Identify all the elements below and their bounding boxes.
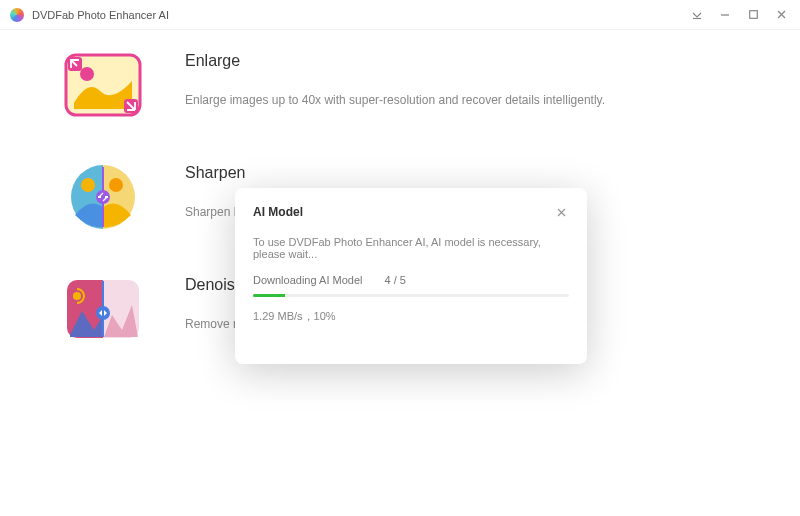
close-button[interactable]	[770, 4, 792, 26]
titlebar: DVDFab Photo Enhancer AI	[0, 0, 800, 30]
progress-bar	[253, 294, 569, 297]
ai-model-dialog: AI Model To use DVDFab Photo Enhancer AI…	[235, 188, 587, 364]
app-title: DVDFab Photo Enhancer AI	[32, 9, 169, 21]
dialog-title: AI Model	[253, 205, 553, 219]
sharpen-icon	[60, 162, 145, 232]
feature-enlarge-text: Enlarge Enlarge images up to 40x with su…	[185, 50, 605, 109]
enlarge-title: Enlarge	[185, 52, 605, 70]
download-status-row: Downloading AI Model 4 / 5	[253, 274, 569, 286]
svg-point-15	[109, 178, 123, 192]
download-speed: 1.29 MB/s，10%	[253, 309, 569, 324]
download-label: Downloading AI Model	[253, 274, 362, 286]
svg-point-7	[80, 67, 94, 81]
dropdown-button[interactable]	[686, 4, 708, 26]
denoise-icon	[60, 274, 145, 344]
enlarge-icon	[60, 50, 145, 120]
app-logo-icon	[10, 8, 24, 22]
svg-rect-2	[749, 11, 757, 19]
dialog-header: AI Model	[253, 204, 569, 220]
minimize-button[interactable]	[714, 4, 736, 26]
maximize-button[interactable]	[742, 4, 764, 26]
svg-point-22	[73, 292, 81, 300]
feature-enlarge[interactable]: Enlarge Enlarge images up to 40x with su…	[60, 50, 800, 120]
download-count: 4 / 5	[384, 274, 405, 286]
svg-point-14	[81, 178, 95, 192]
sharpen-title: Sharpen	[185, 164, 250, 182]
dialog-message: To use DVDFab Photo Enhancer AI, AI mode…	[253, 236, 569, 260]
svg-point-24	[96, 306, 110, 320]
dialog-close-button[interactable]	[553, 204, 569, 220]
progress-fill	[253, 294, 285, 297]
enlarge-desc: Enlarge images up to 40x with super-reso…	[185, 92, 605, 109]
